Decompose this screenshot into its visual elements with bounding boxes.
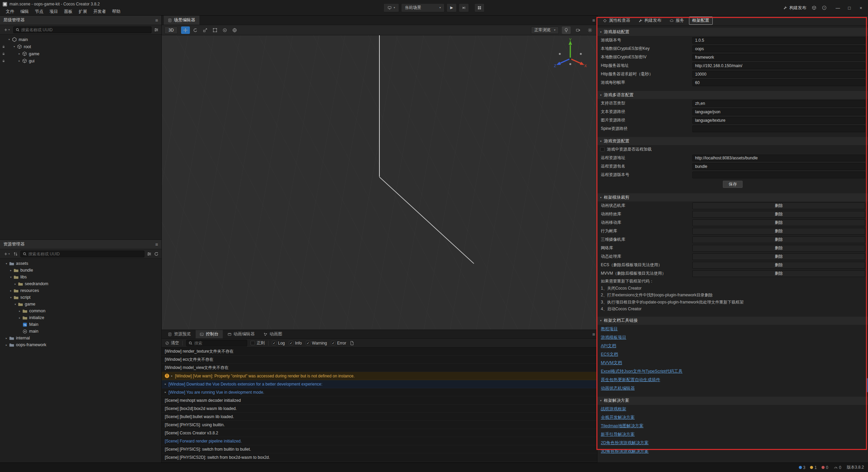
console-line[interactable]: [Scene] [PHYSICS]: using builtin. — [162, 421, 597, 429]
expand-icon[interactable]: ▸ — [8, 269, 13, 272]
lighting-toggle[interactable] — [562, 26, 571, 34]
lock-icon[interactable] — [2, 59, 5, 63]
collapse-icon[interactable]: ▾ — [4, 262, 9, 265]
gizmo-z-label[interactable]: Z — [554, 64, 556, 68]
property-input[interactable]: language/texture — [692, 117, 865, 124]
doc-link[interactable]: 战棋游戏框架 — [601, 406, 626, 412]
checkbox-icon[interactable]: ✓ — [306, 341, 310, 345]
expand-icon[interactable]: ▸ — [4, 343, 9, 347]
menu-item-6[interactable]: 开发者 — [90, 9, 109, 15]
scene-dropdown[interactable]: 当前场景 ▾ — [401, 3, 445, 12]
delete-button[interactable]: 删除 — [692, 202, 865, 209]
console-line[interactable]: [Scene] [PHYSICS2D]: switch from box2d-w… — [162, 453, 597, 461]
doc-link[interactable]: Excel格式转Json文件与TypeScript代码工具 — [601, 369, 683, 374]
scale-tool-button[interactable] — [201, 26, 210, 34]
inspector-tab-3[interactable]: 框架配置 — [689, 17, 713, 25]
expand-icon[interactable]: ▸ — [171, 374, 173, 377]
pivot-tool-button[interactable] — [220, 26, 229, 34]
sort-icon[interactable] — [13, 252, 18, 256]
expand-icon[interactable]: ▸ — [17, 316, 22, 319]
move-tool-button[interactable] — [181, 26, 190, 34]
doc-link[interactable]: 2D角色扮演游戏解决方案 — [601, 440, 649, 446]
delete-button[interactable]: 删除 — [692, 228, 865, 235]
asset-node[interactable]: ▸common — [0, 308, 161, 314]
extension-store-icon[interactable] — [812, 5, 816, 10]
console-search[interactable] — [186, 340, 247, 347]
menu-item-3[interactable]: 项目 — [46, 9, 61, 15]
asset-node[interactable]: ▾game — [0, 301, 161, 308]
asset-node[interactable]: ▸bundle — [0, 267, 161, 274]
console-line[interactable]: [Scene] Forward render pipeline initiali… — [162, 437, 597, 445]
close-button[interactable]: × — [855, 2, 867, 13]
regex-toggle[interactable]: 正则 — [251, 340, 265, 346]
layout-button[interactable] — [474, 3, 485, 12]
console-line[interactable]: [Scene] [PHYSICS]: switch from builtin t… — [162, 445, 597, 453]
lock-icon[interactable] — [2, 45, 5, 48]
menu-item-1[interactable]: 编辑 — [17, 9, 32, 15]
filter-info[interactable]: ✓Info — [289, 341, 302, 346]
expand-icon[interactable]: ▸ — [17, 52, 22, 55]
delete-button[interactable]: 删除 — [692, 211, 865, 218]
console-tab-2[interactable]: 动画编辑器 — [223, 330, 259, 338]
console-line[interactable]: !▸[Window] [Vue warn]: Property "onInput… — [162, 372, 597, 380]
inspector-tab-2[interactable]: 服务 — [666, 17, 688, 25]
maximize-button[interactable]: □ — [844, 2, 855, 13]
delete-button[interactable]: 删除 — [692, 262, 865, 269]
expand-icon[interactable]: ▸ — [13, 282, 18, 286]
expand-icon[interactable]: ▸ — [165, 382, 166, 386]
collapse-icon[interactable]: ▾ — [12, 45, 17, 48]
hierarchy-node[interactable]: ▾root — [0, 43, 161, 50]
console-line[interactable]: [Scene] [bullet]:bullet wasm lib loaded. — [162, 413, 597, 421]
build-publish-button[interactable]: 构建发布 — [783, 5, 806, 11]
console-line[interactable]: [Scene] Cocos Creator v3.8.2 — [162, 429, 597, 437]
property-input[interactable]: http://localhost:8083/assets/bundle — [692, 155, 865, 161]
asset-node[interactable]: ▸oops-framework — [0, 341, 161, 348]
section-header[interactable]: ▾游戏多语言配置 — [597, 91, 868, 99]
scene-viewport[interactable]: Y X Z — [162, 35, 597, 330]
collapse-icon[interactable]: ▾ — [13, 303, 18, 306]
asset-node[interactable]: ▾script — [0, 294, 161, 301]
save-button[interactable]: 保存 — [723, 181, 743, 188]
property-input[interactable]: oops — [692, 45, 865, 52]
expand-icon[interactable]: ▸ — [17, 310, 22, 313]
menu-item-0[interactable]: 文件 — [3, 9, 17, 15]
menu-item-4[interactable]: 面板 — [61, 9, 76, 15]
checkbox-icon[interactable] — [600, 147, 605, 152]
doc-link[interactable]: 教程项目 — [601, 326, 618, 332]
view-mode-dropdown[interactable]: 正常浏览 ▾ — [531, 26, 559, 34]
console-line[interactable]: [Window] ecs文件夹不存在 — [162, 356, 597, 364]
filter-warning[interactable]: ✓Warning — [306, 341, 327, 346]
doc-link[interactable]: 游戏模板项目 — [601, 335, 626, 340]
filter-log[interactable]: ✓Log — [272, 341, 285, 346]
asset-node[interactable]: main — [0, 328, 161, 335]
info-count[interactable]: 3 — [799, 465, 806, 470]
inspector-tab-0[interactable]: 属性检查器 — [599, 17, 634, 25]
doc-link[interactable]: 新手引导解决方案 — [601, 432, 635, 437]
expand-icon[interactable]: ▸ — [165, 391, 166, 394]
console-tab-3[interactable]: 动画图 — [259, 330, 287, 338]
section-header[interactable]: ▾框架模块裁剪 — [597, 193, 868, 201]
doc-link[interactable]: 全栈开发解决方案 — [601, 415, 635, 420]
warning-count[interactable]: 1 — [810, 465, 817, 470]
hierarchy-node[interactable]: ▸gui — [0, 57, 161, 64]
property-input[interactable]: language/json — [692, 109, 865, 115]
preview-target-dropdown[interactable]: ▾ — [383, 3, 399, 12]
assets-search[interactable] — [20, 251, 144, 257]
world-tool-button[interactable] — [230, 26, 239, 34]
section-header[interactable]: ▾框架文档工具链接 — [597, 317, 868, 325]
inspector-tab-1[interactable]: 构建发布 — [635, 17, 665, 25]
scene-settings-button[interactable] — [586, 26, 594, 34]
property-input[interactable]: 60 — [692, 79, 865, 86]
checkbox-icon[interactable]: ✓ — [272, 341, 276, 345]
play-button[interactable]: ▶ — [447, 3, 457, 12]
property-input[interactable]: http://192.168.0.150/main/ — [692, 62, 865, 69]
asset-node[interactable]: ▸internal — [0, 335, 161, 341]
console-line[interactable]: ▸[Window] Download the Vue Devtools exte… — [162, 380, 597, 388]
minimize-button[interactable]: — — [832, 2, 844, 13]
console-search-input[interactable] — [194, 341, 245, 346]
projection-3d-button[interactable]: 3D — [164, 26, 178, 34]
console-tab-1[interactable]: 控制台 — [196, 330, 223, 338]
filter-error[interactable]: ✓Error — [331, 341, 346, 346]
scrollbar-thumb[interactable] — [866, 378, 868, 392]
doc-link[interactable]: Tiledmap地图解决方案 — [601, 423, 644, 429]
